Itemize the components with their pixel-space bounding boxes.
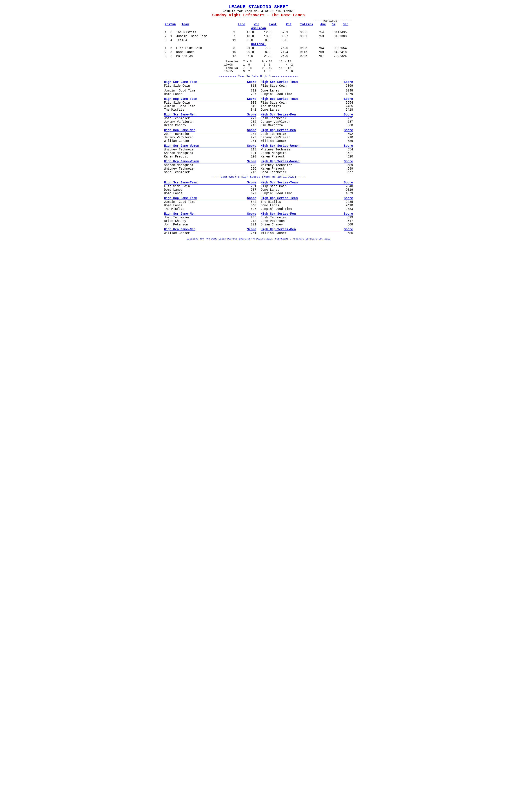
list-item: Dome Lanes2418 [261,108,353,112]
last-week-scores: High Scr Game-Team Score Flip Side Coin7… [164,179,353,235]
lw-high-scr-series-men: High Scr Series-Men Score Josh Techmeier… [261,211,353,226]
list-item: John Peterson517 [261,219,353,223]
lane-schedule-row-1: Lane No 7 - 8 9 - 10 11 - 12 [164,60,353,63]
ytd-high-hcp-game-women: High Hcp Game-Women Score Sharon Nordqui… [164,158,256,174]
list-item: Jim Margetta560 [261,124,353,127]
list-item: Jumpin' Good Time1879 [261,192,353,195]
ytd-high-hcp-series-women: High Hcp Series-Women Score Whitney Tech… [261,158,353,174]
list-item: Dome Lanes2019 [261,188,353,192]
list-item: Flip Side Coin908 [164,101,256,105]
table-row: 2 3 Dome Lanes 10 20.0 8.0 71.4 9115 759… [164,50,353,54]
list-item: Jumpin' Good Time849 [164,105,256,108]
ytd-hhseries-women-label: High Hcp Series-Women [261,160,299,163]
last-week-title: ---- Last Week's High Scores (Week of 10… [164,175,353,179]
footer: Licensed To: The Dome Lanes Perfect Secr… [164,237,353,240]
ytd-hhseries-men-label: High Hcp Series-Men [261,128,296,132]
ytd-high-hcp-series-men: High Hcp Series-Men Score Josh Techmeier… [261,127,353,143]
ytd-hhseries-men-score-label: Score [344,128,353,132]
ytd-hsseries-women-label: High Scr Series-Women [261,144,299,148]
lw-hhseries-team-label: High Hcp Series-Team [261,196,298,200]
ytd-hhgame-women-label: High Hcp Game-Women [164,160,199,163]
list-item: Karen Prevost190 [164,155,256,158]
ytd-hhgame-men-score-label: Score [247,128,256,132]
handicap-label: ------Handicap-------- [164,19,353,23]
table-row: 1 5 Flip Side Coin 8 21.0 7.0 75.0 9535 … [164,46,353,50]
lw-hsgame-team-score-label: Score [247,181,256,184]
lw-hhgame-team-label: High Hcp Game-Team [164,196,197,200]
lane-schedule-row-3: Lane No 7 - 8 9 - 10 11 - 12 [164,66,353,70]
list-item: Josh Techmeier284 [164,132,256,136]
ytd-title: ---------- Year To Date High Scores ----… [164,75,353,78]
ytd-hsgame-men-score-label: Score [247,113,256,116]
ytd-hsgame-team-score-label: Score [247,80,256,84]
list-item: Brian Chaney508 [261,223,353,226]
list-item: Josh Techmeier235 [164,216,256,219]
list-item: Whitney Techmeier213 [164,148,256,151]
ytd-hsgame-men-label: High Scr Game-Men [164,113,195,116]
lw-high-hcp-series-team: High Hcp Series-Team Score The Misfits24… [261,195,353,211]
col-won: Won [248,23,265,26]
list-item: John Peterson201 [164,223,256,226]
ytd-hhgame-women-score-label: Score [247,160,256,163]
lw-hsseries-team-score-label: Score [344,181,353,184]
lw-hsseries-men-label: High Scr Series-Men [261,212,296,215]
list-item: Josh Techmeier771 [261,117,353,120]
ytd-high-scr-game-women: High Scr Game-Women Score Whitney Techme… [164,143,256,158]
list-item: The Misfits841 [164,108,256,112]
lw-high-hcp-game-men: High Hcp Game-Men Score William Ganser26… [164,226,256,235]
list-item: William Ganser261 [164,231,256,235]
lane-schedule-row-2: 10/08 1 5 6 3 4 2 [164,63,353,66]
ytd-scores: High Scr Game-Team Score Flip Side Coin8… [164,79,353,174]
ytd-hsseries-men-score-label: Score [344,113,353,116]
list-item: Jumpin' Good Time712 [164,89,256,92]
lw-high-scr-game-men: High Scr Game-Men Score Josh Techmeier23… [164,211,256,226]
ytd-hhseries-team-score-label: Score [344,97,353,101]
lw-high-hcp-series-men: High Hcp Series-Men Score William Ganser… [261,226,353,235]
list-item: Flip Side Coin2369 [261,84,353,88]
list-item: Sharon Nordquist191 [164,151,256,155]
list-item: Whitney Techmeier226 [164,167,256,170]
lw-hsgame-men-score-label: Score [247,212,256,215]
list-item: Jumpin' Good Time842 [164,200,256,204]
standings-header: PosTm# Team Lane Won Lost Pct TotPins Av… [164,23,353,26]
list-item: Whitney Techmeier554 [261,148,353,151]
ytd-high-scr-series-men: High Scr Series-Men Score Josh Techmeier… [261,112,353,127]
list-item: William Ganser261 [164,139,256,143]
list-item: Flip Side Coin813 [164,84,256,88]
ytd-hsgame-team-label: High Scr Game-Team [164,80,197,84]
ytd-high-scr-game-men: High Scr Game-Men Score Josh Techmeier27… [164,112,256,127]
ytd-hsgame-women-score-label: Score [247,144,256,148]
list-item: Jeramy VanVlerah232 [164,120,256,124]
table-row: 2 1 Jumpin' Good Time 7 10.0 18.0 35.7 9… [164,34,353,38]
ytd-high-scr-series-team: High Scr Series-Team Score Flip Side Coi… [261,79,353,96]
list-item: Sara Techmeier216 [164,170,256,174]
list-item: Whitney Techmeier589 [261,164,353,167]
list-item: Josh Techmeier277 [164,117,256,120]
list-item: Dome Lanes677 [164,192,256,195]
ytd-hhseries-women-score-label: Score [344,160,353,163]
list-item: William Ganser686 [261,231,353,235]
list-item: Josh Techmeier629 [261,216,353,219]
league-name: Sunday Night Leftovers - The Dome Lanes [164,13,353,18]
list-item: Jenna Margetta521 [261,151,353,155]
col-ser: Ser [338,23,353,26]
list-item: Dome Lanes707 [164,92,256,96]
lw-hhseries-team-score-label: Score [344,196,353,200]
lw-hhgame-men-score-label: Score [247,228,256,231]
lw-hsseries-men-score-label: Score [344,212,353,215]
ytd-hsseries-team-score-label: Score [344,80,353,84]
col-ave: Ave [317,23,329,26]
list-item: Brian Chaney213 [164,124,256,127]
list-item: William Ganser686 [261,139,353,143]
lw-high-scr-series-team: High Scr Series-Team Score Flip Side Coi… [261,179,353,195]
lane-schedule-row-4: 10/15 3 2 4 5 1 6 [164,70,353,73]
lw-hhseries-men-score-label: Score [344,228,353,231]
lw-hhseries-men-label: High Hcp Series-Men [261,228,296,231]
col-lost: Lost [265,23,281,26]
list-item: Karen Prevost520 [261,155,353,158]
ytd-hsseries-women-score-label: Score [344,144,353,148]
list-item: The Misfits2435 [261,105,353,108]
ytd-hhgame-team-score-label: Score [247,97,256,101]
table-row: 1 6 The Misfits 9 16.0 12.0 57.1 9056 75… [164,30,353,34]
table-row: 3 2 PB and Js 12 7.0 21.0 25.0 9095 757 … [164,54,353,58]
